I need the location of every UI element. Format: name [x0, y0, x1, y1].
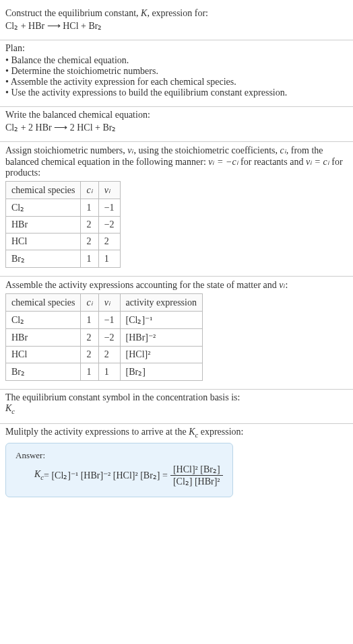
cell-c: 1 [81, 363, 98, 381]
activity-title: Assemble the activity expressions accoun… [5, 279, 348, 291]
cell-c: 2 [81, 217, 98, 234]
cell-activity: [HCl]² [120, 347, 202, 363]
balanced-title: Write the balanced chemical equation: [5, 110, 348, 120]
col-ci: cᵢ [81, 182, 98, 199]
table-header-row: chemical species cᵢ νᵢ activity expressi… [6, 294, 203, 312]
plan-item: • Balance the chemical equation. [5, 55, 348, 66]
prompt-title: Construct the equilibrium constant, K, e… [5, 8, 348, 19]
table-header-row: chemical species cᵢ νᵢ [6, 182, 121, 199]
col-nui: νᵢ [98, 294, 120, 312]
cell-species: HCl [6, 347, 81, 363]
answer-intro: Mulitply the activity expressions to arr… [5, 427, 348, 439]
kc-lhs: = [Cl₂]⁻¹ [HBr]⁻² [HCl]² [Br₂] = [44, 470, 168, 481]
plan-item: • Assemble the activity expression for e… [5, 77, 348, 87]
table-row: Cl₂ 1 −1 [Cl₂]⁻¹ [6, 312, 203, 329]
plan-item: • Determine the stoichiometric numbers. [5, 66, 348, 77]
col-activity: activity expression [120, 294, 202, 312]
plan-title: Plan: [5, 43, 348, 54]
plan-list: • Balance the chemical equation. • Deter… [5, 55, 348, 98]
cell-v: −1 [98, 312, 120, 329]
kc-symbol: Kc [5, 403, 348, 415]
kc-symbol-section: The equilibrium constant symbol in the c… [0, 390, 353, 423]
kc-fraction: [HCl]² [Br₂] [Cl₂] [HBr]² [170, 464, 223, 487]
prompt-section: Construct the equilibrium constant, K, e… [0, 5, 353, 40]
cell-activity: [HBr]⁻² [120, 329, 202, 347]
cell-c: 1 [81, 312, 98, 329]
cell-c: 1 [81, 250, 98, 268]
plan-item: • Use the activity expressions to build … [5, 87, 348, 98]
kc-var: Kc [34, 469, 44, 481]
cell-species: HBr [6, 329, 81, 347]
cell-c: 2 [81, 347, 98, 363]
cell-v: 2 [98, 347, 120, 363]
activity-section: Assemble the activity expressions accoun… [0, 277, 353, 389]
cell-v: 1 [98, 250, 120, 268]
cell-v: 1 [98, 363, 120, 381]
stoich-table: chemical species cᵢ νᵢ Cl₂ 1 −1 HBr 2 −2… [5, 181, 121, 268]
stoich-section: Assign stoichiometric numbers, νᵢ, using… [0, 142, 353, 276]
cell-species: HBr [6, 217, 81, 234]
answer-section: Mulitply the activity expressions to arr… [0, 424, 353, 505]
activity-table: chemical species cᵢ νᵢ activity expressi… [5, 293, 203, 381]
table-row: HCl 2 2 [6, 234, 121, 250]
cell-v: −2 [98, 217, 120, 234]
cell-c: 2 [81, 329, 98, 347]
cell-v: −2 [98, 329, 120, 347]
kc-denominator: [Cl₂] [HBr]² [170, 475, 223, 487]
balanced-equation: Cl₂ + 2 HBr ⟶ 2 HCl + Br₂ [5, 122, 348, 133]
answer-label: Answer: [15, 450, 223, 461]
table-row: Br₂ 1 1 [Br₂] [6, 363, 203, 381]
table-row: HBr 2 −2 [6, 217, 121, 234]
cell-activity: [Br₂] [120, 363, 202, 381]
cell-c: 1 [81, 199, 98, 217]
cell-species: Br₂ [6, 363, 81, 381]
table-row: Br₂ 1 1 [6, 250, 121, 268]
cell-species: Br₂ [6, 250, 81, 268]
cell-species: Cl₂ [6, 312, 81, 329]
unbalanced-equation: Cl₂ + HBr ⟶ HCl + Br₂ [5, 20, 348, 32]
kc-symbol-title: The equilibrium constant symbol in the c… [5, 392, 348, 403]
col-nui: νᵢ [98, 182, 120, 199]
col-species: chemical species [6, 294, 81, 312]
table-row: HBr 2 −2 [HBr]⁻² [6, 329, 203, 347]
kc-numerator: [HCl]² [Br₂] [170, 464, 223, 475]
cell-species: Cl₂ [6, 199, 81, 217]
balanced-section: Write the balanced chemical equation: Cl… [0, 107, 353, 141]
answer-box: Answer: Kc = [Cl₂]⁻¹ [HBr]⁻² [HCl]² [Br₂… [5, 443, 233, 497]
table-row: Cl₂ 1 −1 [6, 199, 121, 217]
col-species: chemical species [6, 182, 81, 199]
cell-activity: [Cl₂]⁻¹ [120, 312, 202, 329]
cell-v: −1 [98, 199, 120, 217]
cell-c: 2 [81, 234, 98, 250]
col-ci: cᵢ [81, 294, 98, 312]
plan-section: Plan: • Balance the chemical equation. •… [0, 40, 353, 106]
table-row: HCl 2 2 [HCl]² [6, 347, 203, 363]
answer-expression: Kc = [Cl₂]⁻¹ [HBr]⁻² [HCl]² [Br₂] = [HCl… [15, 464, 223, 487]
stoich-intro: Assign stoichiometric numbers, νᵢ, using… [5, 145, 348, 178]
cell-v: 2 [98, 234, 120, 250]
cell-species: HCl [6, 234, 81, 250]
